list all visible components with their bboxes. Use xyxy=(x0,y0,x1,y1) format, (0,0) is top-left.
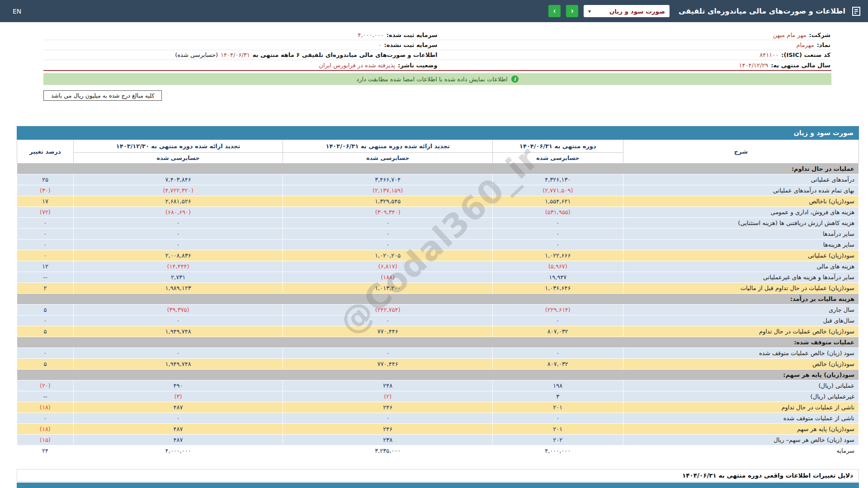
section-row: عملیات در حال تداوم: xyxy=(17,164,859,174)
row-change-percent: ۵ xyxy=(17,326,74,337)
chevron-left-icon: › xyxy=(553,6,556,15)
row-value: (۶۸۰,۶۹۰) xyxy=(73,207,283,218)
row-label: سود(زیان) پایه هر سهم xyxy=(623,424,859,435)
row-label: سود(زیان) عملیات در حال تداوم قبل از مال… xyxy=(623,283,859,294)
section-row: هزینه مالیات بر درآمد: xyxy=(17,294,859,305)
language-toggle[interactable]: EN xyxy=(13,8,21,15)
table-row: سال‌های قبل۰۰۰۰ xyxy=(17,315,859,326)
row-value: ۰ xyxy=(283,229,493,239)
report-period-field: اطلاعات و صورت‌های مالی میاندوره‌ای تلفی… xyxy=(44,52,438,58)
top-navbar: اطلاعات و صورت‌های مالی میاندوره‌ای تلفی… xyxy=(0,0,868,22)
table-row: سود(زیان) خالص۸۰۷,۰۳۲۷۷۰,۴۴۶۱,۹۴۹,۷۴۸۵ xyxy=(17,359,859,370)
column-header-description: شرح xyxy=(623,140,859,164)
signature-match-text: اطلاعات نمایش داده شده با اطلاعات امضا ش… xyxy=(356,76,507,83)
chevron-down-icon: ▾ xyxy=(588,8,591,14)
fiscal-year-label: سال مالی منتهی به: xyxy=(771,62,830,69)
row-label: سود(زیان) ناخالص xyxy=(623,196,859,207)
row-value: ۰ xyxy=(73,348,283,359)
section-label: هزینه مالیات بر درآمد: xyxy=(17,294,859,305)
row-label: سال‌های قبل xyxy=(623,315,859,326)
navbar-left-group: EN xyxy=(13,7,21,15)
table-row: سال جاری(۲۲۹,۶۱۴)(۲۴۲,۷۵۴)(۳۹,۳۷۵)۵ xyxy=(17,305,859,315)
row-value: ۲,۷۳۱ xyxy=(73,272,283,283)
row-value: ۰ xyxy=(493,218,623,229)
row-value: ۲۳۸ xyxy=(283,435,493,446)
changes-reasons-title: دلایل تغییرات اطلاعات واقعی دوره منتهی ب… xyxy=(17,469,859,482)
symbol-label: نماد: xyxy=(817,42,830,48)
row-change-percent: ۱۲ xyxy=(17,261,74,272)
row-value: ۱,۰۲۰,۲۰۵ xyxy=(283,250,493,261)
symbol-field: نماد: مهرمام xyxy=(438,42,831,48)
row-value: (۵۳۱,۹۵۵) xyxy=(493,207,623,218)
row-value: (۳۰۹,۳۴۰) xyxy=(283,207,493,218)
row-change-percent: -- xyxy=(17,272,74,283)
row-value: (۴,۷۲۲,۳۲۰) xyxy=(73,185,283,196)
fiscal-year-field: سال مالی منتهی به: ۱۴۰۴/۱۲/۲۹ xyxy=(438,62,831,69)
row-value: ۲۰۱ xyxy=(493,424,623,435)
row-value: (۳) xyxy=(73,391,283,402)
row-change-percent: (۷۲) xyxy=(17,207,74,218)
row-value: ۰ xyxy=(283,315,493,326)
statement-table-body: عملیات در حال تداوم:درآمدهای عملیاتی۴,۳۲… xyxy=(17,164,859,456)
row-label: درآمدهای عملیاتی xyxy=(623,174,859,185)
row-value: ۱,۰۲۲,۶۶۶ xyxy=(493,250,623,261)
registered-capital-value: ۴,۰۰۰,۰۰۰ xyxy=(358,32,384,38)
row-change-percent: (۲۰) xyxy=(17,380,74,391)
unregistered-capital-field: سرمایه ثبت نشده: ۰ xyxy=(44,42,438,48)
statement-table-head: شرح دوره منتهی به ۱۴۰۴/۰۶/۳۱ تجدید ارائه… xyxy=(17,140,859,164)
row-value: ۲۰۱ xyxy=(493,402,623,413)
chevron-right-icon: ‹ xyxy=(571,6,574,15)
report-period-date: ۱۴۰۴/۰۶/۳۱ xyxy=(221,52,250,58)
signature-match-notice: i اطلاعات نمایش داده شده با اطلاعات امضا… xyxy=(43,73,831,85)
table-row: سود (زیان) خالص هر سهم– ریال۲۰۲۲۳۸۴۸۷(۱۵… xyxy=(17,435,859,446)
table-row: سود(زیان) ناخالص۱,۵۵۴,۶۲۱۱,۳۲۹,۵۴۵۲,۶۸۱,… xyxy=(17,196,859,207)
prev-period-button[interactable]: › xyxy=(548,5,561,17)
row-label: هزینه کاهش ارزش دریافتنی ها (هزینه استثن… xyxy=(623,218,859,229)
section-label: عملیات متوقف شده: xyxy=(17,337,859,348)
section-row: عملیات متوقف شده: xyxy=(17,337,859,348)
section-label: عملیات در حال تداوم: xyxy=(17,164,859,174)
row-change-percent: -- xyxy=(17,391,74,402)
row-value: ۰ xyxy=(283,239,493,250)
table-row: سود (زیان) خالص عملیات متوقف شده۰۰۰۰ xyxy=(17,348,859,359)
row-value: ۰ xyxy=(493,413,623,424)
row-value: (۶,۸۱۷) xyxy=(283,261,493,272)
row-value: (۵,۹۶۷) xyxy=(493,261,623,272)
report-period-label: اطلاعات و صورت‌های مالی میاندوره‌ای تلفی… xyxy=(253,52,438,58)
row-value: (۲۴۲,۷۵۴) xyxy=(283,305,493,315)
row-change-percent: (۱۸) xyxy=(17,424,74,435)
amounts-unit-note: کلیه مبالغ درج شده به میلیون ریال می باش… xyxy=(43,90,162,101)
row-label: سایر درآمدها xyxy=(623,229,859,239)
row-value: ۱,۰۳۶,۶۴۶ xyxy=(493,283,623,294)
row-label: سرمایه xyxy=(623,446,859,456)
unregistered-capital-value: ۰ xyxy=(378,42,381,48)
row-change-percent: ۰ xyxy=(17,239,74,250)
row-value: ۰ xyxy=(73,229,283,239)
statement-title-bar: صورت سود و زیان xyxy=(17,126,859,140)
row-change-percent: ۰ xyxy=(17,315,74,326)
row-value: ۴,۰۰۰,۰۰۰ xyxy=(493,446,623,456)
issuer-status-field: وضعیت ناشر: پذیرفته شده در فرابورس ایران xyxy=(44,62,438,69)
company-info-row: کد صنعت (ISIC): ۸۴۱۱۰۰ اطلاعات و صورت‌ها… xyxy=(43,50,831,60)
column-header-period-current: دوره منتهی به ۱۴۰۴/۰۶/۳۱ xyxy=(493,140,623,153)
column-subheader-audited: حسابرسی شده xyxy=(73,153,283,164)
row-value: ۷۷۰,۴۴۶ xyxy=(283,359,493,370)
column-subheader-audited: حسابرسی شده xyxy=(493,153,623,164)
income-statement-table: شرح دوره منتهی به ۱۴۰۴/۰۶/۳۱ تجدید ارائه… xyxy=(17,140,859,456)
row-value: ۰ xyxy=(283,218,493,229)
row-label: ناشی از عملیات متوقف شده xyxy=(623,413,859,424)
row-value: ۱,۵۵۴,۶۲۱ xyxy=(493,196,623,207)
company-info-row: شرکت: مهر مام میهن سرمایه ثبت شده: ۴,۰۰۰… xyxy=(43,30,831,40)
row-value: ۸۰۷,۰۳۲ xyxy=(493,326,623,337)
statement-dropdown[interactable]: صورت سود و زیان ▾ xyxy=(584,5,670,17)
row-label: بهای تمام شده درآمدهای عملیاتی xyxy=(623,185,859,196)
row-value: ۰ xyxy=(73,413,283,424)
row-label: هزینه های مالی xyxy=(623,261,859,272)
row-change-percent: ۲ xyxy=(17,283,74,294)
table-row: سود(زیان) عملیات در حال تداوم قبل از مال… xyxy=(17,283,859,294)
row-change-percent: ۰ xyxy=(17,229,74,239)
table-row: بهای تمام شده درآمدهای عملیاتی(۲,۷۷۱,۵۰۹… xyxy=(17,185,859,196)
next-period-button[interactable]: ‹ xyxy=(566,5,578,17)
row-label: سایر درآمدها و هزینه های غیرعملیاتی xyxy=(623,272,859,283)
row-label: سود(زیان) خالص xyxy=(623,359,859,370)
